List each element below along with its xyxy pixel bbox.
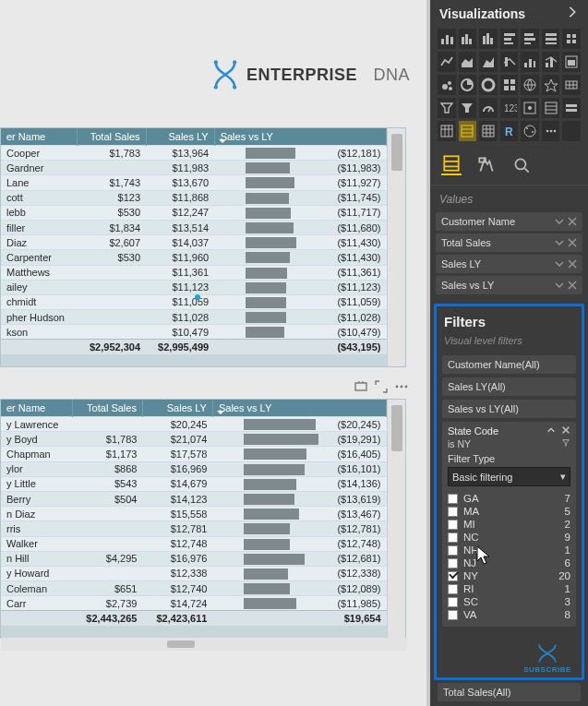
viz-type-icon[interactable] (459, 75, 477, 95)
fields-tab-icon[interactable] (441, 155, 462, 175)
filter-pill[interactable]: Sales LY(All) (442, 377, 576, 396)
close-icon[interactable] (568, 217, 577, 226)
col-hdr-vs[interactable]: Sales vs LY (212, 400, 386, 417)
viz-type-icon[interactable] (459, 121, 477, 141)
viz-type-icon[interactable] (459, 29, 477, 49)
viz-type-icon[interactable] (479, 121, 498, 141)
viz-type-icon[interactable] (562, 75, 581, 95)
chevron-down-icon[interactable] (555, 259, 564, 269)
table-row[interactable]: kson$10,479($10,479) (1, 325, 387, 340)
viz-type-icon[interactable] (479, 98, 498, 118)
viz-type-icon[interactable] (438, 52, 456, 72)
filter-value-row[interactable]: GA7 (448, 492, 570, 505)
checkbox[interactable] (448, 558, 458, 568)
viz-type-icon[interactable] (500, 52, 519, 72)
t2-vscroll[interactable] (387, 400, 405, 638)
value-field-pill[interactable]: Sales vs LY (436, 276, 582, 294)
table-row[interactable]: Matthews$11,361($11,361) (1, 265, 387, 280)
table-row[interactable]: Cooper$1,783$13,964($12,181) (1, 146, 387, 161)
more-options-icon[interactable] (394, 379, 409, 400)
checkbox[interactable] (448, 584, 458, 594)
checkbox[interactable] (448, 545, 458, 556)
viz-type-icon[interactable] (500, 75, 519, 95)
viz-type-icon[interactable] (542, 75, 560, 95)
focus-mode-icon[interactable] (374, 379, 389, 400)
filter-value-row[interactable]: MI2 (448, 518, 570, 531)
viz-type-icon[interactable] (542, 52, 560, 72)
filter-value-row[interactable]: NJ6 (448, 556, 570, 569)
viz-type-icon[interactable] (459, 98, 477, 118)
chevron-down-icon[interactable] (555, 217, 564, 226)
value-field-pill[interactable]: Customer Name (436, 212, 582, 231)
viz-type-icon[interactable] (438, 98, 456, 118)
table-row[interactable]: Carr$2,739$14,724($11,985) (1, 596, 387, 611)
table-row[interactable]: n Diaz$15,558($13,467) (1, 507, 387, 521)
table-row[interactable]: ylor$868$16,969($16,101) (1, 461, 387, 476)
table-row[interactable]: Gardner$11,983($11,983) (1, 161, 387, 175)
col-hdr-name[interactable]: er Name (1, 128, 78, 146)
col-hdr-vs[interactable]: Sales vs LY (214, 128, 386, 146)
table-row[interactable]: Carpenter$530$11,960($11,430) (1, 250, 387, 265)
table-row[interactable]: y Little$543$14,679($14,136) (1, 476, 387, 491)
viz-type-icon[interactable] (438, 29, 456, 49)
table-row[interactable]: n Hill$4,295$16,976($12,681) (1, 551, 387, 566)
viz-type-icon[interactable] (542, 29, 560, 49)
filter-value-row[interactable]: MA5 (448, 505, 570, 518)
collapse-pane-icon[interactable] (566, 6, 579, 21)
filter-type-select[interactable]: Basic filtering (448, 467, 570, 486)
filter-state-code[interactable]: State Code is NY Filter Type Basic filte… (442, 422, 576, 627)
table-row[interactable]: rris$12,781($12,781) (1, 521, 387, 536)
checkbox[interactable] (448, 507, 458, 517)
table-row[interactable]: Chapman$1,173$17,578($16,405) (1, 447, 387, 461)
filter-value-row[interactable]: SC3 (448, 595, 570, 608)
table-row[interactable]: cott$123$11,868($11,745) (1, 190, 387, 205)
col-hdr-total[interactable]: Total Sales (72, 400, 142, 417)
chevron-down-icon[interactable] (555, 238, 564, 247)
col-hdr-total[interactable]: Total Sales (78, 128, 146, 146)
col-hdr-name[interactable]: er Name (1, 400, 72, 417)
viz-type-icon[interactable] (479, 75, 498, 95)
filter-value-row[interactable]: RI1 (448, 582, 570, 595)
table-row[interactable]: y Boyd$1,783$21,074($19,291) (1, 432, 387, 447)
clear-filter-icon[interactable] (561, 438, 570, 449)
viz-type-icon[interactable] (521, 29, 539, 49)
table-row[interactable]: Coleman$651$12,740($12,089) (1, 581, 387, 596)
value-field-pill[interactable]: Total Sales (436, 233, 582, 252)
checkbox[interactable] (448, 532, 458, 543)
viz-type-icon[interactable] (459, 52, 477, 72)
filter-value-row[interactable]: NH1 (448, 544, 570, 556)
viz-type-icon[interactable] (562, 29, 581, 49)
table-visual-2[interactable]: er Name Total Sales Sales LY Sales vs LY… (0, 399, 406, 639)
format-tab-icon[interactable] (476, 155, 497, 175)
viz-type-icon[interactable] (542, 98, 560, 118)
table-row[interactable]: y Howard$12,338($12,338) (1, 566, 387, 580)
chevron-up-icon[interactable] (546, 425, 556, 437)
viz-type-icon[interactable] (479, 29, 498, 49)
table-row[interactable]: ailey$11,123($11,123) (1, 280, 387, 294)
checkbox[interactable] (448, 520, 458, 530)
close-icon[interactable] (561, 425, 570, 437)
checkbox[interactable] (448, 571, 458, 581)
checkbox[interactable] (448, 597, 458, 607)
close-icon[interactable] (568, 259, 577, 269)
table-row[interactable]: chmidt$11,059($11,059) (1, 294, 387, 309)
viz-type-icon[interactable] (521, 52, 539, 72)
viz-type-icon[interactable] (438, 75, 456, 95)
t1-vscroll[interactable] (387, 128, 405, 366)
viz-type-icon[interactable] (542, 121, 560, 141)
drill-mode-icon[interactable] (354, 379, 368, 400)
table-visual-1[interactable]: er Name Total Sales Sales LY Sales vs LY… (0, 127, 406, 367)
viz-type-icon[interactable] (562, 52, 581, 72)
viz-type-icon[interactable] (562, 98, 581, 118)
viz-type-icon[interactable] (562, 121, 581, 141)
table-row[interactable]: Lane$1,743$13,670($11,927) (1, 175, 387, 190)
table-row[interactable]: pher Hudson$11,028($11,028) (1, 310, 387, 325)
viz-type-icon[interactable] (479, 52, 498, 72)
col-hdr-ly[interactable]: Sales LY (142, 400, 212, 417)
table-row[interactable]: Diaz$2,607$14,037($11,430) (1, 235, 387, 250)
t2-hscroll[interactable] (1, 638, 407, 651)
table-row[interactable]: Walker$12,748($12,748) (1, 536, 387, 551)
close-icon[interactable] (568, 238, 577, 247)
filter-pill[interactable]: Sales vs LY(All) (442, 400, 576, 418)
filter-value-row[interactable]: VA8 (448, 608, 570, 621)
